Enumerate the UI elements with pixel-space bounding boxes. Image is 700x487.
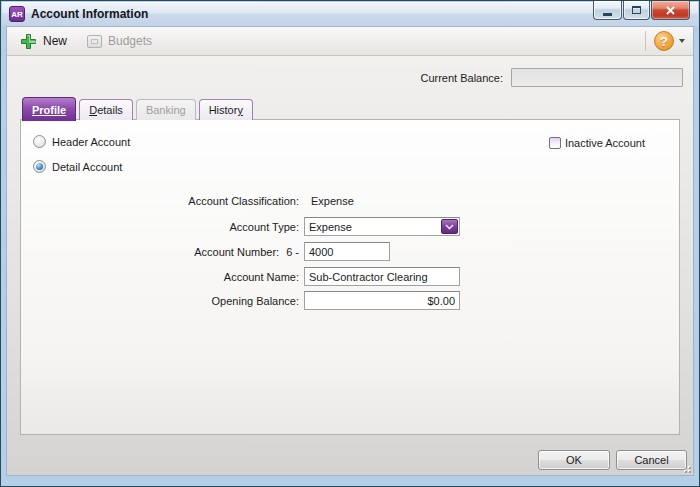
inactive-account-checkbox-icon[interactable] [549,137,561,149]
classification-label: Account Classification: [188,195,299,207]
account-number-row: Account Number: 6 - [21,242,390,261]
close-button[interactable] [651,1,690,20]
current-balance-label: Current Balance: [420,72,503,84]
account-name-row: Account Name: [21,267,460,286]
dialog-content: New Budgets ? Current Balance: Profile [6,26,694,476]
account-number-label: Account Number: [194,246,279,258]
tab-banking: Banking [136,99,196,120]
chevron-down-icon [445,224,454,230]
profile-tab-panel: Header Account Detail Account Inactive A… [20,119,680,435]
help-icon: ? [660,34,668,49]
account-number-field[interactable] [304,242,390,261]
account-name-label: Account Name: [224,271,299,283]
window-title: Account Information [31,7,148,21]
inactive-account-checkbox[interactable]: Inactive Account [549,137,645,149]
header-account-radio-label: Header Account [52,136,130,148]
detail-account-radio-icon[interactable] [33,160,46,173]
ok-button[interactable]: OK [538,450,610,470]
toolbar: New Budgets ? [7,27,693,56]
new-button[interactable]: New [20,33,67,50]
help-dropdown-caret-icon[interactable] [679,39,685,43]
detail-account-radio-label: Detail Account [52,161,122,173]
new-button-label: New [43,34,67,48]
opening-balance-row: Opening Balance: [21,291,460,310]
toolbar-right: ? [645,31,685,51]
classification-value: Expense [311,195,354,207]
budgets-button: Budgets [87,34,152,48]
new-plus-icon [20,33,37,50]
minimize-icon [603,13,612,16]
inactive-account-checkbox-label: Inactive Account [565,137,645,149]
footer-buttons: OK Cancel [538,450,687,470]
tab-history[interactable]: History [199,99,253,120]
opening-balance-label: Opening Balance: [212,295,299,307]
account-type-row: Account Type: Expense [21,217,460,236]
toolbar-separator [645,31,646,51]
minimize-button[interactable] [593,1,622,20]
detail-account-radio[interactable]: Detail Account [33,160,122,173]
classification-row: Account Classification: Expense [21,195,354,207]
account-name-field[interactable] [304,267,460,286]
current-balance-field [511,68,683,87]
header-account-radio-icon[interactable] [33,135,46,148]
help-button[interactable]: ? [654,31,674,51]
account-information-window: AR Account Information New Budgets [0,0,700,487]
account-type-select[interactable]: Expense [304,217,460,236]
budgets-button-label: Budgets [108,34,152,48]
tab-details[interactable]: Details [79,99,133,120]
budgets-icon [87,35,102,48]
cancel-button[interactable]: Cancel [616,450,687,470]
tab-strip: Profile Details Banking History [22,97,256,120]
tab-profile[interactable]: Profile [22,97,76,121]
account-type-label: Account Type: [229,221,299,233]
header-account-radio[interactable]: Header Account [33,135,130,148]
window-controls [592,1,690,20]
maximize-button[interactable] [623,1,650,20]
close-icon [666,6,675,15]
account-number-prefix: 6 - [286,246,299,258]
account-type-selected-value: Expense [305,221,352,233]
app-icon: AR [9,6,25,22]
opening-balance-field[interactable] [304,291,460,310]
account-type-dropdown-button[interactable] [441,219,458,234]
resize-grip[interactable] [682,464,691,473]
maximize-icon [632,6,641,14]
